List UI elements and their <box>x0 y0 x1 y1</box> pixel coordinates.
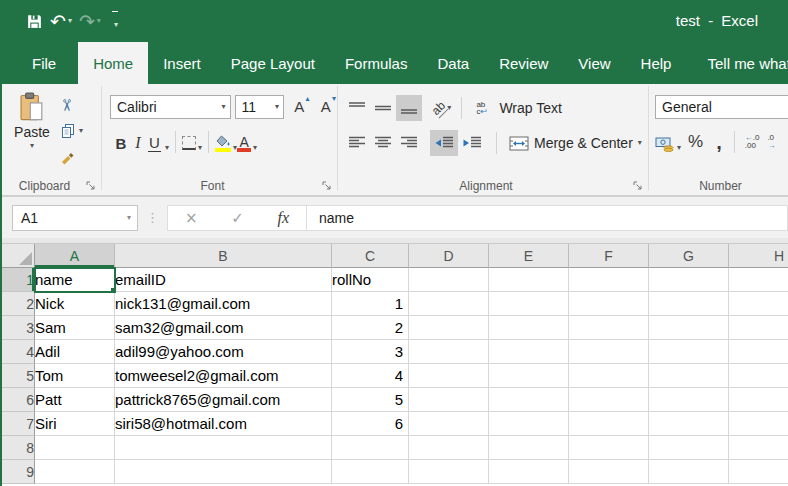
save-button[interactable] <box>26 13 43 30</box>
cell-D7[interactable] <box>409 412 489 436</box>
cell-D3[interactable] <box>409 316 489 340</box>
cell-E3[interactable] <box>489 316 569 340</box>
cell-G4[interactable] <box>649 340 729 364</box>
row-header-7[interactable]: 7 <box>2 412 35 436</box>
tab-review[interactable]: Review <box>484 42 563 84</box>
row-header-2[interactable]: 2 <box>2 292 35 316</box>
percent-style-button[interactable]: % <box>681 132 710 152</box>
cell-H8[interactable] <box>729 436 788 460</box>
cell-H1[interactable] <box>729 268 788 292</box>
cell-G7[interactable] <box>649 412 729 436</box>
tab-insert[interactable]: Insert <box>148 42 216 84</box>
cell-D1[interactable] <box>409 268 489 292</box>
tab-file[interactable]: File <box>10 42 78 84</box>
cancel-icon[interactable]: × <box>185 209 198 227</box>
decrease-decimal-button[interactable]: .0 → <box>763 134 779 150</box>
row-header-3[interactable]: 3 <box>2 316 35 340</box>
format-painter-button[interactable] <box>60 146 83 168</box>
row-header-6[interactable]: 6 <box>2 388 35 412</box>
cell-D4[interactable] <box>409 340 489 364</box>
cell-F6[interactable] <box>569 388 649 412</box>
cell-F9[interactable] <box>569 460 649 484</box>
cell-D6[interactable] <box>409 388 489 412</box>
cell-D9[interactable] <box>409 460 489 484</box>
row-header-9[interactable]: 9 <box>2 460 35 484</box>
fill-color-button[interactable]: ▾ <box>215 129 237 155</box>
cell-C1[interactable]: rollNo <box>332 268 409 292</box>
customize-quick-access-button[interactable]: ▾ <box>112 11 118 31</box>
cell-H9[interactable] <box>729 460 788 484</box>
name-box-dropdown-arrow-icon[interactable]: ▾ <box>127 214 131 222</box>
cell-B5[interactable]: tomweesel2@gmail.com <box>115 364 332 388</box>
wrap-text-button[interactable]: ab c↩ Wrap Text <box>476 100 562 116</box>
comma-style-button[interactable]: , <box>710 136 728 148</box>
tab-help[interactable]: Help <box>626 42 687 84</box>
cell-G2[interactable] <box>649 292 729 316</box>
column-header-b[interactable]: B <box>115 244 332 268</box>
accounting-format-button[interactable]: ▾ <box>655 129 681 155</box>
cell-A5[interactable]: Tom <box>35 364 115 388</box>
cell-E7[interactable] <box>489 412 569 436</box>
cell-F5[interactable] <box>569 364 649 388</box>
font-color-dropdown-arrow-icon[interactable]: ▾ <box>253 144 257 152</box>
align-right-button[interactable] <box>396 130 422 156</box>
font-color-button[interactable]: A ▾ <box>237 129 257 155</box>
fill-handle[interactable] <box>110 287 115 292</box>
cell-F3[interactable] <box>569 316 649 340</box>
cell-E4[interactable] <box>489 340 569 364</box>
font-size-dropdown-arrow-icon[interactable]: ▾ <box>275 103 279 111</box>
cell-A4[interactable]: Adil <box>35 340 115 364</box>
cell-E5[interactable] <box>489 364 569 388</box>
alignment-dialog-launcher[interactable] <box>633 181 643 191</box>
borders-button[interactable]: ▾ <box>182 129 202 155</box>
align-center-button[interactable] <box>370 130 396 156</box>
redo-dropdown-arrow-icon[interactable]: ▾ <box>97 17 101 25</box>
paste-button[interactable]: Paste ▾ <box>10 92 54 168</box>
cell-H4[interactable] <box>729 340 788 364</box>
cell-G8[interactable] <box>649 436 729 460</box>
cell-F7[interactable] <box>569 412 649 436</box>
row-header-1[interactable]: 1 <box>2 268 35 292</box>
cell-B6[interactable]: pattrick8765@gmail.com <box>115 388 332 412</box>
merge-center-button[interactable]: Merge & Center ▾ <box>509 135 642 151</box>
insert-function-icon[interactable]: fx <box>278 209 290 227</box>
increase-indent-button[interactable] <box>458 130 486 156</box>
cell-C3[interactable]: 2 <box>332 316 409 340</box>
cell-G5[interactable] <box>649 364 729 388</box>
cell-G1[interactable] <box>649 268 729 292</box>
undo-dropdown-arrow-icon[interactable]: ▾ <box>68 17 72 25</box>
cell-C8[interactable] <box>332 436 409 460</box>
paste-dropdown-arrow-icon[interactable]: ▾ <box>30 142 34 150</box>
font-size-combo[interactable]: 11 ▾ <box>235 95 284 119</box>
cell-C7[interactable]: 6 <box>332 412 409 436</box>
number-format-combo[interactable]: General <box>655 95 788 119</box>
cell-A2[interactable]: Nick <box>35 292 115 316</box>
middle-align-button[interactable] <box>370 95 396 121</box>
underline-dropdown-arrow-icon[interactable]: ▾ <box>165 144 169 152</box>
tab-view[interactable]: View <box>563 42 625 84</box>
cut-button[interactable]: ✂ <box>60 94 83 116</box>
cell-E6[interactable] <box>489 388 569 412</box>
cell-F1[interactable] <box>569 268 649 292</box>
cell-D5[interactable] <box>409 364 489 388</box>
cell-C4[interactable]: 3 <box>332 340 409 364</box>
merge-center-dropdown-arrow-icon[interactable]: ▾ <box>638 139 642 147</box>
increase-decimal-button[interactable]: ←.0 .00 <box>741 134 764 150</box>
row-header-4[interactable]: 4 <box>2 340 35 364</box>
cell-F8[interactable] <box>569 436 649 460</box>
copy-dropdown-arrow-icon[interactable]: ▾ <box>79 127 83 135</box>
formula-bar-grip-icon[interactable]: ⋮ <box>138 210 167 225</box>
cell-A9[interactable] <box>35 460 115 484</box>
tab-home[interactable]: Home <box>78 42 148 84</box>
cell-D8[interactable] <box>409 436 489 460</box>
bottom-align-button[interactable] <box>396 95 422 121</box>
borders-dropdown-arrow-icon[interactable]: ▾ <box>198 144 202 152</box>
name-box[interactable]: A1 ▾ <box>12 205 138 231</box>
cell-E2[interactable] <box>489 292 569 316</box>
column-header-g[interactable]: G <box>649 244 729 268</box>
cell-B8[interactable] <box>115 436 332 460</box>
formula-input[interactable]: name <box>307 205 788 231</box>
font-name-combo[interactable]: Calibri ▾ <box>110 95 231 119</box>
row-header-5[interactable]: 5 <box>2 364 35 388</box>
cell-G3[interactable] <box>649 316 729 340</box>
